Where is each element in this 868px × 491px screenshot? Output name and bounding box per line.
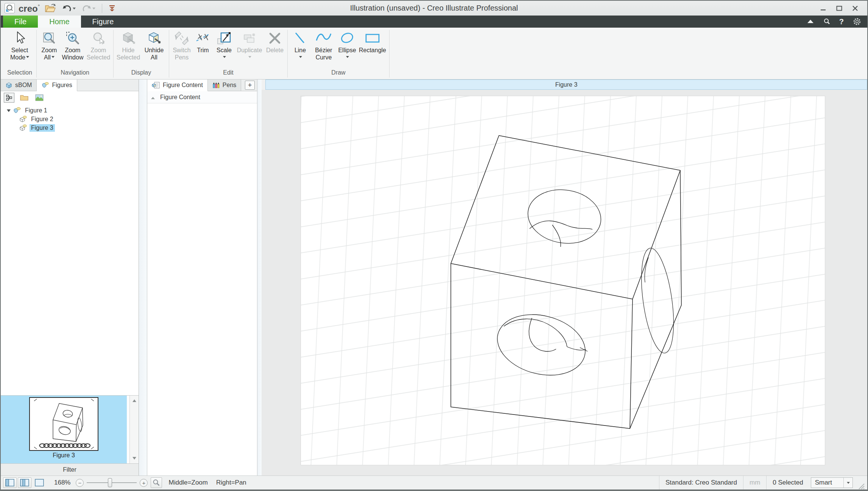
- search-icon[interactable]: [823, 18, 830, 25]
- line-button[interactable]: Line: [290, 29, 310, 61]
- delete-x-icon: [267, 30, 282, 47]
- thumbnail-figure-3[interactable]: Figure 3: [1, 396, 127, 463]
- trim-button[interactable]: Trim: [193, 29, 213, 61]
- collapse-section-icon[interactable]: [151, 95, 155, 99]
- line-icon: [293, 30, 308, 47]
- panel-splitter[interactable]: [257, 79, 262, 475]
- tree-item-figure-3[interactable]: Figure 3: [1, 123, 139, 132]
- ribbon-group-edit: SwitchPens Trim Scale: [169, 28, 287, 79]
- figure-content-section-header[interactable]: Figure Content: [147, 91, 257, 103]
- tab-figures[interactable]: Figures: [37, 79, 77, 91]
- figure-content-list[interactable]: [147, 103, 257, 475]
- bezier-curve-button[interactable]: BézierCurve: [311, 29, 336, 61]
- structure-tree-icon[interactable]: [4, 93, 14, 103]
- cube-icon: [5, 82, 12, 89]
- figures-toolbar: [1, 91, 139, 104]
- tree-item-figure-1[interactable]: Figure 1: [1, 106, 139, 115]
- hint-middle-zoom: Middle=Zoom: [168, 479, 207, 486]
- switch-pens-button[interactable]: SwitchPens: [171, 29, 192, 61]
- select-mode-button[interactable]: Select Mode: [5, 29, 34, 61]
- figure-content-icon: [152, 82, 160, 89]
- ribbon-group-draw: Line BézierCurve Ellipse: [288, 28, 389, 79]
- unhide-cube-icon: [146, 30, 162, 47]
- help-icon[interactable]: ?: [839, 17, 844, 26]
- app-icon[interactable]: [5, 3, 15, 13]
- layout-two-pane-button[interactable]: [18, 477, 31, 488]
- drawing-canvas[interactable]: [262, 90, 867, 475]
- ribbon-tab-strip: File Home Figure ?: [1, 16, 867, 28]
- duplicate-button[interactable]: Duplicate: [235, 29, 264, 61]
- filter-bar[interactable]: Filter: [1, 463, 139, 475]
- creo-logo: creo°: [19, 3, 40, 13]
- scale-button[interactable]: Scale: [214, 29, 234, 61]
- thumbnail-scrollbar[interactable]: [129, 396, 139, 463]
- tab-pens[interactable]: Pens: [208, 79, 241, 91]
- zoom-out-button[interactable]: −: [76, 479, 84, 487]
- tree-item-label[interactable]: Figure 3: [30, 124, 55, 132]
- figure-icon: [41, 82, 49, 89]
- chevron-down-icon[interactable]: [843, 478, 852, 488]
- expander-icon[interactable]: [7, 109, 11, 114]
- app-window: creo°: [0, 0, 868, 491]
- tab-sbom[interactable]: sBOM: [1, 79, 37, 91]
- redo-dropdown-caret[interactable]: [92, 8, 95, 11]
- rectangle-icon: [364, 30, 381, 47]
- panel-splitter[interactable]: [139, 79, 147, 475]
- redo-button[interactable]: [81, 3, 97, 14]
- collapse-ribbon-icon[interactable]: [807, 19, 814, 24]
- add-tab-button[interactable]: +: [245, 81, 255, 90]
- creo-app-glyph-icon: [5, 4, 14, 12]
- tab-figure-content[interactable]: Figure Content: [147, 79, 208, 91]
- tree-item-label[interactable]: Figure 1: [23, 107, 49, 114]
- ribbon-group-display: HideSelected UnhideAll Display: [114, 28, 169, 79]
- gear-icon[interactable]: [853, 17, 861, 26]
- scale-icon: [216, 30, 232, 47]
- customize-toolbar-button[interactable]: [108, 4, 117, 13]
- layout-single-pane-button[interactable]: [33, 477, 46, 488]
- close-button[interactable]: [852, 5, 858, 11]
- thumbnail-image: [29, 397, 98, 451]
- hide-selected-button[interactable]: HideSelected: [116, 29, 141, 61]
- zoom-window-button[interactable]: ZoomWindow: [60, 29, 85, 61]
- zoom-slider[interactable]: [87, 477, 137, 488]
- selection-count: 0 Selected: [766, 476, 809, 490]
- zoom-in-button[interactable]: +: [140, 479, 148, 487]
- tab-home[interactable]: Home: [38, 16, 81, 28]
- pens-icon: [212, 82, 220, 89]
- scroll-up-icon[interactable]: [132, 397, 136, 402]
- scale-caret: [223, 56, 226, 59]
- tree-item-label[interactable]: Figure 2: [30, 115, 55, 123]
- zoom-all-button[interactable]: Zoom All: [39, 29, 59, 61]
- canvas-figure-header[interactable]: Figure 3: [265, 79, 867, 90]
- ellipse-button[interactable]: Ellipse: [337, 29, 357, 61]
- folder-icon[interactable]: [19, 93, 30, 103]
- trim-icon: [195, 30, 211, 47]
- figures-tree: Figure 1 Figure 2 Figure 3: [1, 104, 139, 395]
- layout-left-panel-button[interactable]: [3, 477, 17, 488]
- drawing-page[interactable]: [301, 96, 825, 465]
- snap-mode-dropdown[interactable]: Smart: [811, 477, 853, 488]
- resize-grip[interactable]: [857, 482, 865, 490]
- minimize-button[interactable]: [820, 5, 826, 11]
- rectangle-button[interactable]: Rectangle: [358, 29, 387, 54]
- thumbnail-empty-area: [127, 396, 129, 463]
- undo-button[interactable]: [61, 3, 77, 14]
- tree-item-figure-2[interactable]: Figure 2: [1, 115, 139, 123]
- thumbnail-label: Figure 3: [53, 452, 75, 459]
- scroll-down-icon[interactable]: [132, 457, 136, 461]
- standard-indicator[interactable]: Standard: Creo Standard: [659, 476, 743, 490]
- ribbon-group-navigation: Zoom All ZoomWindow ZoomSelected Navigat: [37, 28, 113, 79]
- open-button[interactable]: [44, 3, 57, 14]
- figure-thumbnails: Figure 3: [1, 395, 139, 463]
- zoom-fit-button[interactable]: [151, 477, 162, 488]
- undo-dropdown-caret[interactable]: [73, 8, 76, 11]
- zoom-slider-thumb[interactable]: [108, 478, 112, 487]
- units-indicator: mm: [743, 476, 766, 490]
- zoom-selected-button[interactable]: ZoomSelected: [86, 29, 111, 61]
- image-icon[interactable]: [34, 93, 45, 103]
- tab-file[interactable]: File: [3, 16, 38, 28]
- delete-button[interactable]: Delete: [265, 29, 285, 54]
- unhide-all-button[interactable]: UnhideAll: [142, 29, 167, 61]
- maximize-button[interactable]: [836, 5, 842, 11]
- tab-figure[interactable]: Figure: [81, 16, 125, 28]
